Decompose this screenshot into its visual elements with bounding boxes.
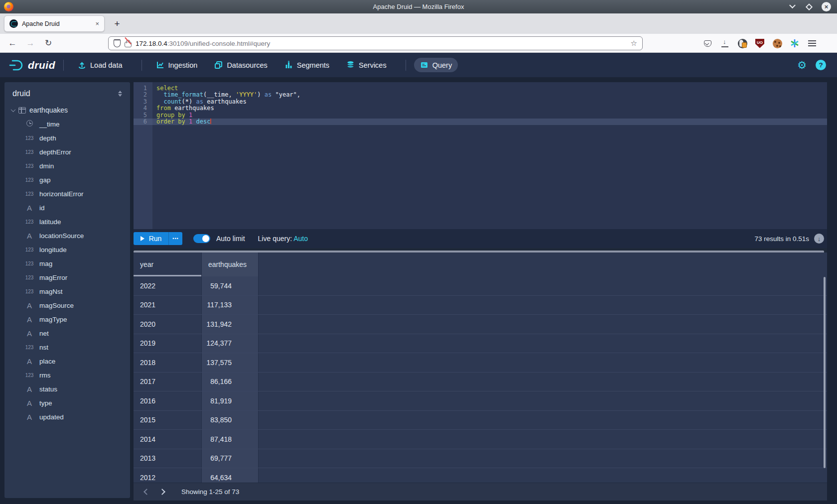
table-row-2015[interactable]: 201583,850	[134, 411, 827, 430]
bookmark-star-icon[interactable]: ☆	[631, 39, 637, 48]
code-line-4[interactable]: 4from earthquakes	[134, 105, 827, 112]
container-asterisk-icon[interactable]	[790, 38, 800, 48]
column-item-status[interactable]: Astatus	[4, 382, 130, 396]
column-item-type[interactable]: Atype	[4, 396, 130, 410]
column-item-net[interactable]: Anet	[4, 326, 130, 340]
numeric-column-icon: 123	[23, 289, 35, 294]
next-page-icon[interactable]	[159, 489, 165, 495]
column-item-rms[interactable]: 123rms	[4, 368, 130, 382]
column-item-magSource[interactable]: AmagSource	[4, 298, 130, 312]
table-row-2013[interactable]: 201369,777	[134, 449, 827, 469]
column-item-mag[interactable]: 123mag	[4, 256, 130, 270]
live-query-value[interactable]: Auto	[293, 235, 308, 243]
column-item-nst[interactable]: 123nst	[4, 340, 130, 354]
help-icon[interactable]: ?	[816, 60, 826, 70]
column-item-depth[interactable]: 123depth	[4, 131, 130, 145]
table-row-2017[interactable]: 201786,166	[134, 373, 827, 392]
auto-limit-toggle[interactable]	[193, 234, 210, 243]
cell-year: 2022	[134, 276, 202, 295]
column-header-earthquakes[interactable]: earthquakes	[202, 252, 259, 276]
live-query-control[interactable]: Live query: Auto	[258, 235, 308, 243]
run-button[interactable]: Run	[134, 232, 168, 245]
column-item-place[interactable]: Aplace	[4, 354, 130, 368]
download-results-icon[interactable]: ↓	[814, 234, 824, 244]
table-row-2019[interactable]: 2019124,377	[134, 334, 827, 354]
nav-item-services[interactable]: Services	[340, 58, 393, 72]
reload-icon[interactable]: ↻	[41, 38, 56, 48]
cookie-extension-icon[interactable]	[772, 38, 782, 48]
browser-tab-apache-druid[interactable]: Apache Druid ×	[4, 15, 105, 32]
column-item-horizontalError[interactable]: 123horizontalError	[4, 187, 130, 201]
tab-close-icon[interactable]: ×	[95, 20, 99, 27]
ublock-extension-icon[interactable]: UO	[755, 38, 765, 48]
privacy-badger-extension-icon[interactable]	[737, 38, 747, 48]
cell-filler	[259, 391, 827, 410]
column-item-locationSource[interactable]: AlocationSource	[4, 229, 130, 243]
table-item-earthquakes[interactable]: earthquakes	[4, 103, 130, 117]
settings-gear-icon[interactable]: ⚙	[797, 59, 807, 71]
table-row-2021[interactable]: 2021117,133	[134, 296, 827, 315]
url-bar[interactable]: 172.18.0.4:30109/unified-console.html#qu…	[108, 36, 643, 50]
column-item-longitude[interactable]: 123longitude	[4, 243, 130, 256]
code-line-5[interactable]: 5group by 1	[134, 112, 827, 119]
code-line-1[interactable]: 1select	[134, 85, 827, 92]
code-line-2[interactable]: 2 time_format(__time, 'YYYY') as "year",	[134, 92, 827, 98]
cell-earthquakes: 86,166	[202, 373, 259, 391]
nav-item-query[interactable]: Query	[414, 58, 458, 72]
vertical-scrollbar[interactable]	[824, 277, 826, 468]
downloads-icon[interactable]	[720, 38, 730, 48]
column-item-magError[interactable]: 123magError	[4, 270, 130, 284]
cell-filler	[259, 468, 827, 483]
column-item-updated[interactable]: Aupdated	[4, 410, 130, 424]
cell-year: 2018	[134, 353, 202, 372]
close-window-button[interactable]: ×	[822, 2, 831, 11]
column-item-__time[interactable]: __time	[4, 117, 130, 131]
cell-filler	[259, 276, 827, 295]
nav-item-datasources[interactable]: Datasources	[208, 58, 273, 72]
maximize-button[interactable]	[805, 2, 814, 11]
column-item-magType[interactable]: AmagType	[4, 312, 130, 326]
cell-earthquakes: 131,942	[202, 315, 259, 334]
new-tab-button[interactable]: +	[111, 17, 124, 30]
string-column-icon: A	[23, 315, 35, 324]
column-item-dmin[interactable]: 123dmin	[4, 159, 130, 173]
table-row-2012[interactable]: 201264,634	[134, 468, 827, 483]
cell-year: 2013	[134, 449, 202, 468]
nav-item-segments[interactable]: Segments	[279, 58, 335, 72]
chevron-down-icon[interactable]	[11, 107, 16, 112]
schema-select-caret-icon[interactable]	[118, 91, 122, 97]
insecure-lock-icon[interactable]	[125, 42, 132, 47]
table-row-2018[interactable]: 2018137,575	[134, 353, 827, 373]
tracking-shield-icon[interactable]	[114, 39, 121, 47]
column-item-depthError[interactable]: 123depthError	[4, 145, 130, 159]
run-more-button[interactable]: •••	[168, 232, 182, 245]
table-row-2022[interactable]: 202259,744	[134, 276, 827, 296]
column-item-id[interactable]: Aid	[4, 201, 130, 215]
column-name: magType	[39, 316, 67, 323]
table-row-2014[interactable]: 201487,418	[134, 430, 827, 449]
column-item-latitude[interactable]: 123latitude	[4, 215, 130, 229]
column-item-magNst[interactable]: 123magNst	[4, 284, 130, 298]
column-name: net	[39, 330, 49, 337]
table-row-2016[interactable]: 201681,919	[134, 391, 827, 411]
table-row-2020[interactable]: 2020131,942	[134, 315, 827, 334]
cell-earthquakes: 69,777	[202, 449, 259, 468]
column-item-gap[interactable]: 123gap	[4, 173, 130, 187]
nav-item-ingestion[interactable]: Ingestion	[150, 58, 204, 72]
sql-editor[interactable]: 1select2 time_format(__time, 'YYYY') as …	[134, 82, 827, 229]
pocket-icon[interactable]	[702, 38, 712, 48]
nav-item-load-data[interactable]: Load data	[72, 58, 129, 72]
column-header-year[interactable]: year	[134, 252, 202, 276]
url-path: :30109/unified-console.html#query	[167, 40, 270, 47]
code-line-6[interactable]: 6order by 1 desc	[134, 119, 827, 125]
druid-logo[interactable]: druid	[9, 59, 55, 72]
back-icon[interactable]: ←	[5, 38, 20, 48]
menu-hamburger-icon[interactable]	[807, 38, 817, 48]
column-name: dmin	[39, 162, 54, 170]
previous-page-icon[interactable]	[143, 489, 150, 495]
column-name: magError	[39, 274, 67, 281]
pagination-bar: Showing 1-25 of 73	[134, 483, 827, 501]
minimize-button[interactable]	[788, 2, 797, 11]
firefox-logo-icon	[4, 2, 13, 11]
code-line-3[interactable]: 3 count(*) as earthquakes	[134, 99, 827, 105]
